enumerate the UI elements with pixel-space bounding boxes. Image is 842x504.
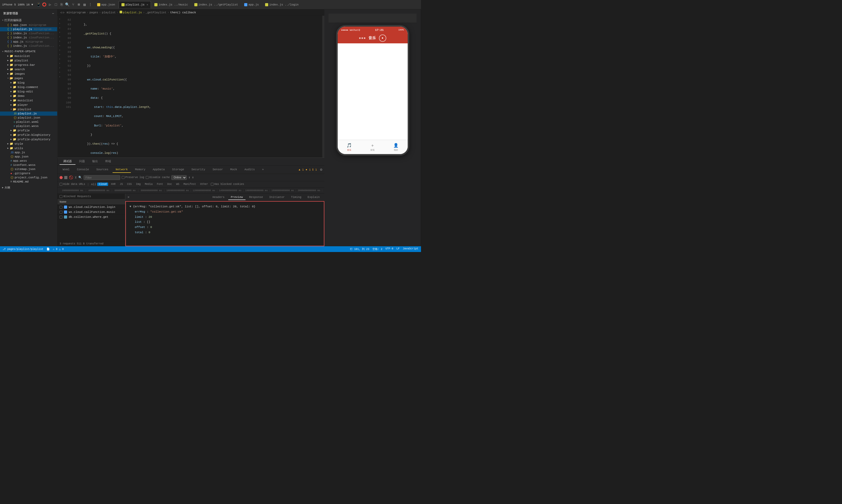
folder-playlist[interactable]: ▶ 📁 playlist [0,58,57,63]
folder-demo[interactable]: ▶ 📁 demo [0,94,57,98]
indentation[interactable]: 空格: 2 [372,247,382,251]
fold-arrow-2[interactable]: › [59,22,60,25]
folder-playlist-pages[interactable]: ▾ 📂 playlist [0,107,57,111]
filter-font[interactable]: Font [156,182,165,186]
devtools-tab-console[interactable]: Console [74,167,92,173]
open-file-index-js-2[interactable]: { } index.js cloudfunction... [0,36,57,40]
detail-tab-headers[interactable]: Headers [210,195,227,200]
language-mode[interactable]: JavaScript [403,247,418,251]
tab-index-js-music[interactable]: index.js ../music [151,1,191,8]
tab-playlist-js[interactable]: playlist.js ✕ [119,1,151,8]
breadcrumb-miniprogram[interactable]: miniprogram [67,11,86,14]
search-icon[interactable]: 🔍 [65,2,70,7]
file-sitemap-json[interactable]: {} sitemap.json [0,167,57,171]
cursor-position[interactable]: 行 101, 列 23 [350,247,369,251]
encoding[interactable]: UTF-8 [386,247,393,251]
fold-arrow-8[interactable]: › [59,49,60,52]
filter-js[interactable]: JS [118,182,124,186]
devtools-tab-security[interactable]: Security [188,167,209,173]
network-row-db[interactable]: db.collection.where.get [57,215,125,220]
outline-header[interactable]: ▶ 大纲 [0,185,57,191]
devtools-tab-storage[interactable]: Storage [169,167,187,173]
git-icon[interactable]: ⑂ [71,2,75,7]
panel-tab-problems[interactable]: 问题 [75,158,89,165]
phone-nav-discover[interactable]: ✈ 发现 [361,140,384,154]
settings-icon[interactable]: ⚙ [320,167,322,172]
sidebar-more-btn[interactable]: ⋯ [52,12,54,15]
filter-manifest[interactable]: Manifest [182,182,198,186]
breadcrumb-playlist[interactable]: playlist [102,11,116,14]
preserve-log-checkbox[interactable]: Preserve log [122,176,144,179]
layout-icon[interactable]: ▤ [82,2,87,7]
upload-icon[interactable]: ⬆ [188,176,191,180]
hide-data-urls-check[interactable] [59,183,62,186]
page-icon-status[interactable]: 📄 [47,248,50,251]
git-branch-status[interactable]: ⎇ pages/playlist/playlist [3,248,43,251]
play-icon[interactable]: ▷ [48,2,53,7]
file-playlist-js[interactable]: JS playlist.js [0,111,57,116]
phone-nav-profile[interactable]: 👤 我的 [384,140,408,154]
detail-tab-explain[interactable]: Explain [305,195,322,200]
file-gitignore[interactable]: ◆ .gitignore [0,171,57,176]
detail-tab-initiator[interactable]: Initiator [267,195,287,200]
folder-style[interactable]: ▶ 📁 style [0,142,57,146]
open-file-index-js-3[interactable]: { } index.js cloudfunction... [0,44,57,48]
folder-progress-bar[interactable]: ▶ 📁 progress-bar [0,63,57,67]
error-warning-status[interactable]: ⚠ 0 △ 0 [53,248,64,251]
panel-tab-terminal[interactable]: 终端 [102,158,115,165]
file-readme-md[interactable]: M README.md [0,180,57,184]
folder-blog[interactable]: ▶ 📁 blog [0,80,57,85]
breadcrumb-getplaylist[interactable]: _getPlaylist [146,11,166,14]
fold-arrow-14[interactable]: › [59,75,60,78]
fold-arrow-12[interactable]: › [59,67,60,70]
stop-button[interactable] [64,176,67,179]
file-app-js[interactable]: JS app.js [0,150,57,155]
network-throttle-select[interactable]: Online [171,175,187,180]
fold-arrow-10[interactable]: › [59,58,60,60]
scroll-indicator[interactable] [322,16,324,158]
network-filter-input[interactable] [84,175,120,180]
folder-search[interactable]: ▶ 📁 search [0,67,57,72]
json-collapse-icon[interactable]: ▼ [129,205,131,208]
filter-other[interactable]: Other [199,182,210,186]
devtools-tab-sources[interactable]: Sources [93,167,111,173]
split-icon[interactable]: ⋮ [88,2,93,7]
row-check-2[interactable] [59,211,62,214]
devtools-tab-wxml[interactable]: Wxml [59,167,73,173]
blocked-check[interactable] [59,195,62,198]
fold-arrow-5[interactable]: › [59,36,60,38]
folder-profile[interactable]: ▶ 📁 profile [0,128,57,133]
stop-icon[interactable]: □ [54,2,58,7]
breadcrumb-nav-back[interactable]: ◁ [60,11,62,14]
open-file-app-json[interactable]: { } app.json miniprogram [0,23,57,27]
folder-musiclist[interactable]: ▶ 📁 musiclist [0,54,57,58]
fold-arrow-7[interactable]: › [59,44,60,47]
tab-index-js-getplaylist[interactable]: index.js ../getPlaylist [192,1,241,8]
breadcrumb-nav-forward[interactable]: ▷ [63,11,65,14]
hide-data-urls-checkbox[interactable]: Hide data URLs [59,183,85,186]
folder-profile-bloghistory[interactable]: ▶ 📁 profile-bloghistory [0,133,57,137]
folder-images[interactable]: ▶ 📁 images [0,72,57,76]
phone-nav-music[interactable]: 🎵 音乐 [338,140,361,154]
filter-css[interactable]: CSS [125,182,133,186]
tab-app-json[interactable]: app.json [94,1,118,8]
open-file-app-js[interactable]: { } app.js miniprogram [0,40,57,44]
row-check-1[interactable] [59,206,62,209]
folder-musiclist-pages[interactable]: ▶ 📁 musiclist [0,98,57,103]
filter-img[interactable]: Img [135,182,142,186]
network-row-login[interactable]: wx.cloud.callFunction.login [57,205,125,210]
breadcrumb-pages[interactable]: pages [89,11,98,14]
file-playlist-wxml[interactable]: ◇ playlist.wxml [0,120,57,124]
clear-button[interactable]: 🚫 [69,176,73,180]
breadcrumb-playlist-js[interactable]: playlist.js [120,11,142,14]
download-icon[interactable]: ⬇ [192,176,194,180]
panel-tab-debugger[interactable]: 调试器 [59,158,75,165]
fold-arrow-4[interactable]: › [59,31,60,34]
circle-icon[interactable]: ⭕ [42,2,47,7]
file-iconfont-wxss[interactable]: # iconfont.wxss [0,163,57,167]
fold-arrow-9[interactable]: › [59,53,60,56]
filter-media[interactable]: Media [143,182,154,186]
fold-arrow-1[interactable]: › [59,18,60,21]
filter-all[interactable]: All [91,183,96,186]
folder-utils[interactable]: ▶ 📁 utils [0,146,57,150]
